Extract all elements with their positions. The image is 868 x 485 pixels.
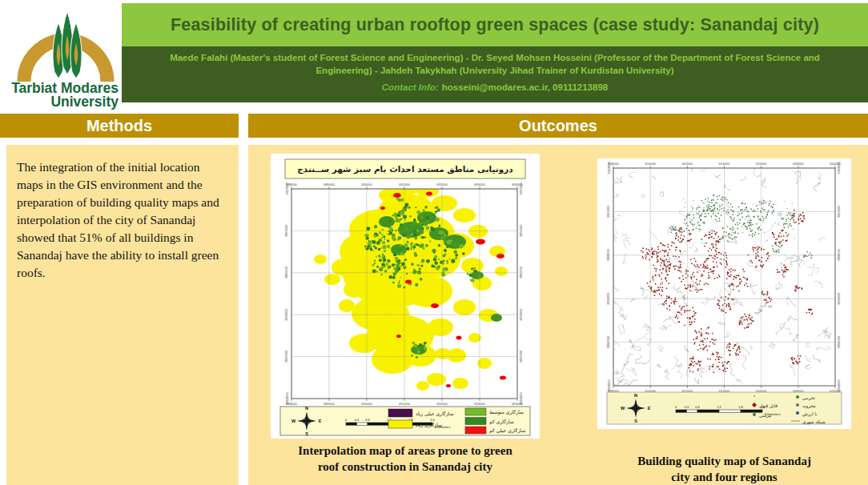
svg-text:614000: 614000 (719, 162, 730, 166)
legend-label-very-low: سازگاری خیلی کم (489, 427, 525, 434)
caption-line: city and four regions (597, 469, 851, 485)
svg-text:3894000: 3894000 (519, 308, 523, 321)
outcomes-section-label: Outcomes (519, 117, 597, 135)
university-logo: Tarbiat Modares University (11, 2, 123, 110)
svg-text:690000: 690000 (361, 402, 372, 406)
svg-text:3900000: 3900000 (837, 205, 841, 218)
svg-text:3900000: 3900000 (607, 205, 611, 218)
svg-text:W: W (621, 406, 625, 411)
legend-marker-valuable (796, 411, 799, 415)
svg-text:1.8: 1.8 (738, 405, 743, 409)
svg-text:3902000: 3902000 (837, 161, 841, 174)
svg-text:610000: 610000 (645, 162, 656, 166)
legend-swatch-high (388, 420, 412, 428)
interpolation-map-image: درونیابی مناطق مستعد احداث بام سبز شهر س… (271, 154, 540, 439)
contact-line: Contact Info:hosseini@modares.ac.ir, 091… (122, 82, 868, 92)
svg-text:3897000: 3897000 (519, 182, 523, 194)
svg-text:693000: 693000 (474, 402, 485, 406)
methods-paragraph: The integration of the initial location … (17, 158, 228, 282)
svg-text:S: S (634, 419, 637, 423)
legend-label-repairable: مرمتی (759, 413, 771, 419)
caption-line: roof construction in Sanandaj city (263, 459, 548, 475)
svg-text:689000: 689000 (323, 182, 335, 186)
svg-text:616000: 616000 (756, 162, 767, 166)
legend-marker-repairable (753, 413, 756, 416)
svg-text:691000: 691000 (399, 182, 410, 186)
svg-text:3896000: 3896000 (519, 224, 523, 237)
svg-text:N: N (634, 393, 637, 398)
university-logo-icon: Tarbiat Modares University (11, 2, 123, 110)
svg-text:691000: 691000 (399, 402, 410, 406)
outcomes-panel: درونیابی مناطق مستعد احداث بام سبز شهر س… (248, 145, 868, 485)
svg-text:E: E (648, 406, 651, 411)
legend-label-high: سازگاری زیاد (416, 422, 442, 428)
good-quality-buildings-layer (670, 194, 813, 259)
svg-text:3896000: 3896000 (607, 292, 611, 305)
svg-text:3893000: 3893000 (519, 350, 523, 363)
legend-swatch-medium (465, 408, 486, 415)
svg-text:3895000: 3895000 (285, 266, 289, 279)
legend-label-valuable: با ارزش (802, 411, 818, 417)
svg-text:689000: 689000 (323, 402, 335, 406)
legend-swatch-low (465, 418, 486, 425)
legend-label-urban-network: شبکه شهری (802, 419, 826, 425)
legend-label-medium: سازگاری متوسط (489, 409, 524, 415)
svg-text:0.6: 0.6 (365, 418, 370, 422)
parcel-outline-layer (609, 165, 831, 387)
svg-text:690000: 690000 (361, 182, 372, 186)
svg-text:692000: 692000 (436, 402, 448, 406)
svg-text:3892000: 3892000 (285, 391, 289, 404)
svg-text:3898000: 3898000 (607, 248, 611, 261)
svg-text:0.3: 0.3 (355, 418, 360, 422)
svg-text:3892000: 3892000 (519, 391, 523, 404)
authors-line: Maede Falahi (Master's student of Forest… (122, 46, 868, 77)
legend-label-ruined: مخروبه (802, 403, 816, 409)
caption-line: Building quality map of Sanandaj (597, 453, 851, 469)
svg-text:618000: 618000 (793, 162, 804, 166)
svg-text:3895000: 3895000 (519, 266, 523, 279)
svg-text:3898000: 3898000 (837, 248, 841, 261)
svg-text:E: E (319, 419, 322, 423)
logo-text-line2: University (50, 94, 119, 110)
svg-text:3897000: 3897000 (285, 182, 289, 194)
map-gridlines (613, 168, 835, 386)
svg-text:1.2: 1.2 (717, 405, 721, 409)
methods-panel: The integration of the initial location … (6, 145, 239, 485)
poster: Tarbiat Modares University Feasibility o… (0, 0, 868, 485)
legend-marker-demolition (796, 395, 799, 399)
svg-text:3902000: 3902000 (607, 161, 611, 174)
svg-text:3894000: 3894000 (285, 308, 289, 321)
author-band: Maede Falahi (Master's student of Forest… (122, 46, 868, 102)
svg-text:N: N (305, 406, 308, 411)
svg-text:0.3: 0.3 (685, 405, 689, 409)
svg-text:3894000: 3894000 (607, 335, 611, 348)
legend-label-acceptable: قابل قبول (759, 403, 778, 409)
legend-label-low: سازگاری کم (489, 419, 514, 425)
svg-text:693000: 693000 (474, 182, 485, 186)
contact-value: hosseini@modares.ac.ir, 09111213898 (442, 82, 609, 92)
svg-text:3896000: 3896000 (285, 224, 289, 237)
legend-label-demolition: تخریبی (802, 395, 815, 401)
poster-title: Feasibility of creating urban rooftop gr… (171, 15, 819, 35)
poster-title-band: Feasibility of creating urban rooftop gr… (122, 3, 868, 46)
outcomes-section-header: Outcomes (248, 114, 868, 138)
legend-dot (753, 395, 755, 397)
svg-text:3892000: 3892000 (837, 379, 841, 391)
svg-text:3892000: 3892000 (607, 379, 611, 391)
svg-text:0.6: 0.6 (695, 405, 700, 409)
svg-text:W: W (291, 419, 296, 423)
svg-text:3893000: 3893000 (285, 350, 289, 363)
building-quality-map-caption: Building quality map of Sanandaj city an… (597, 453, 851, 485)
interpolation-map-caption: Interpolation map of areas prone to gree… (263, 443, 548, 475)
poor-quality-buildings-layer (641, 210, 813, 373)
building-quality-map-figure: 6080006080006100006100006120006120006140… (597, 158, 851, 429)
building-quality-map-image: 6080006080006100006100006120006120006140… (597, 158, 851, 429)
contact-label: Contact Info: (382, 82, 439, 92)
svg-text:S: S (305, 431, 308, 436)
logo-cypress-trees (53, 11, 82, 78)
svg-text:3894000: 3894000 (837, 335, 841, 348)
svg-text:3896000: 3896000 (837, 292, 841, 305)
caption-line: Interpolation map of areas prone to gree… (263, 443, 548, 459)
interpolation-map-figure: درونیابی مناطق مستعد احداث بام سبز شهر س… (271, 154, 540, 439)
svg-text:692000: 692000 (436, 182, 448, 186)
